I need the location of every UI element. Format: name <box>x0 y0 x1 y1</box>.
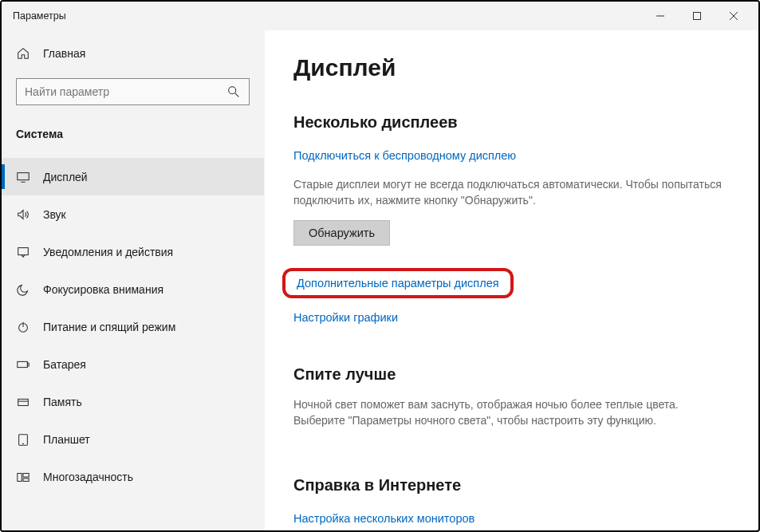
power-icon <box>16 320 30 334</box>
svg-rect-18 <box>23 473 29 477</box>
highlight-box: Дополнительные параметры дисплея <box>282 268 514 298</box>
sidebar-category: Система <box>2 120 264 158</box>
svg-rect-8 <box>18 247 29 254</box>
sidebar-item-battery[interactable]: Батарея <box>2 345 264 383</box>
search-icon <box>226 85 241 99</box>
minimize-button[interactable] <box>642 3 679 29</box>
notifications-icon <box>16 245 30 259</box>
home-button[interactable]: Главная <box>2 38 264 69</box>
section-multidisplay-title: Несколько дисплеев <box>293 113 730 132</box>
sidebar-item-label: Планшет <box>43 433 90 446</box>
section-sleep-title: Спите лучше <box>293 365 730 384</box>
sidebar-item-power[interactable]: Питание и спящий режим <box>2 308 264 345</box>
search-input[interactable]: Найти параметр <box>16 78 250 105</box>
display-icon <box>16 170 30 184</box>
page-title: Дисплей <box>293 54 730 81</box>
sidebar-item-label: Дисплей <box>43 171 88 183</box>
connect-wireless-link[interactable]: Подключиться к беспроводному дисплею <box>293 149 516 162</box>
tablet-icon <box>16 432 30 447</box>
sleep-better-text: Ночной свет поможет вам заснуть, отображ… <box>293 396 730 429</box>
sidebar-item-label: Память <box>43 396 82 408</box>
home-label: Главная <box>43 47 85 60</box>
focus-icon <box>16 282 30 297</box>
window-title: Параметры <box>13 10 66 22</box>
help-multimonitor-link[interactable]: Настройка нескольких мониторов <box>293 512 475 525</box>
sidebar-item-label: Фокусировка внимания <box>43 283 163 296</box>
svg-rect-17 <box>18 473 22 481</box>
sidebar-item-label: Звук <box>43 208 66 221</box>
sound-icon <box>16 207 30 222</box>
sidebar: Главная Найти параметр Система Дисплей <box>2 30 265 530</box>
maximize-button[interactable] <box>679 3 715 29</box>
svg-rect-1 <box>694 13 701 20</box>
sidebar-item-multitask[interactable]: Многозадачность <box>2 458 264 495</box>
svg-rect-19 <box>23 478 29 481</box>
sidebar-item-display[interactable]: Дисплей <box>2 158 264 195</box>
svg-rect-6 <box>18 172 29 179</box>
titlebar: Параметры <box>2 2 758 30</box>
sidebar-item-storage[interactable]: Память <box>2 383 264 420</box>
svg-rect-13 <box>18 399 29 405</box>
sidebar-item-label: Питание и спящий режим <box>43 321 175 333</box>
sidebar-item-label: Батарея <box>43 358 86 371</box>
svg-rect-11 <box>18 361 28 367</box>
window-body: Главная Найти параметр Система Дисплей <box>2 30 758 530</box>
sidebar-item-sound[interactable]: Звук <box>2 195 264 233</box>
main-content: Дисплей Несколько дисплеев Подключиться … <box>265 30 758 530</box>
home-icon <box>16 46 30 61</box>
multitask-icon <box>16 470 30 484</box>
sidebar-item-focus[interactable]: Фокусировка внимания <box>2 270 264 308</box>
storage-icon <box>16 395 30 409</box>
sidebar-item-tablet[interactable]: Планшет <box>2 420 264 458</box>
advanced-display-link[interactable]: Дополнительные параметры дисплея <box>297 277 499 290</box>
sidebar-item-label: Многозадачность <box>43 471 133 483</box>
window-controls <box>642 3 752 29</box>
search-wrap: Найти параметр <box>2 78 264 120</box>
svg-rect-12 <box>27 363 29 366</box>
sidebar-item-notifications[interactable]: Уведомления и действия <box>2 233 264 270</box>
svg-point-4 <box>229 87 236 94</box>
section-help-title: Справка в Интернете <box>293 476 730 495</box>
battery-icon <box>16 357 30 372</box>
graphics-settings-link[interactable]: Настройки графики <box>293 311 398 324</box>
close-button[interactable] <box>715 3 752 29</box>
search-placeholder: Найти параметр <box>25 85 109 98</box>
svg-line-5 <box>235 93 239 97</box>
sidebar-item-label: Уведомления и действия <box>43 246 173 258</box>
detect-button[interactable]: Обнаружить <box>293 220 390 246</box>
settings-window: Параметры Главная Найти параметр <box>0 0 760 532</box>
old-displays-text: Старые дисплеи могут не всегда подключат… <box>293 176 730 209</box>
